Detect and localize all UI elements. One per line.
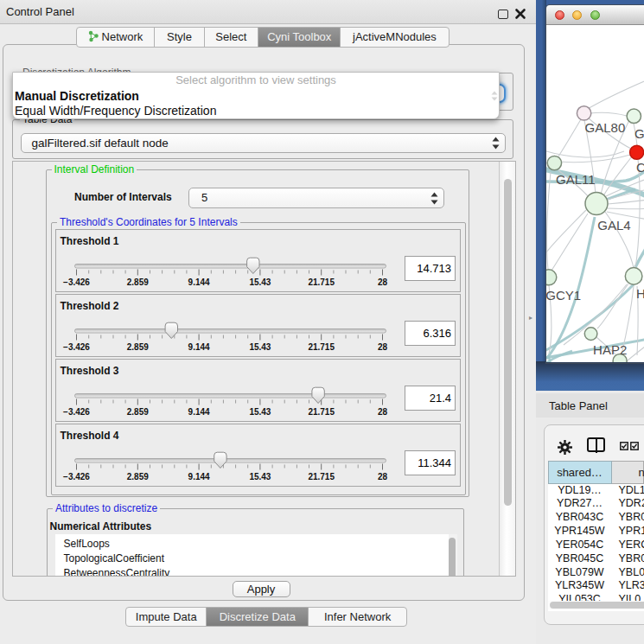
svg-text:15.43: 15.43 (249, 471, 271, 481)
svg-text:CRM1: CRM1 (636, 160, 644, 175)
svg-text:9.144: 9.144 (188, 341, 210, 351)
svg-text:9.144: 9.144 (188, 277, 210, 286)
svg-text:2.859: 2.859 (127, 406, 149, 416)
svg-text:GAL4: GAL4 (597, 217, 630, 232)
svg-text:−3.426: −3.426 (63, 277, 90, 286)
svg-text:28: 28 (378, 471, 388, 481)
svg-text:HAP2: HAP2 (593, 341, 627, 356)
svg-text:−3.426: −3.426 (63, 471, 90, 481)
svg-text:2.859: 2.859 (127, 471, 149, 481)
svg-text:15.43: 15.43 (249, 406, 271, 416)
svg-text:GAL11: GAL11 (556, 171, 596, 186)
svg-text:HIS4: HIS4 (636, 286, 644, 301)
svg-text:21.715: 21.715 (308, 406, 335, 416)
svg-text:28: 28 (378, 341, 388, 351)
svg-text:GCY1: GCY1 (546, 288, 581, 303)
svg-text:15.43: 15.43 (249, 277, 271, 286)
svg-text:9.144: 9.144 (188, 406, 210, 416)
svg-text:2.859: 2.859 (127, 341, 149, 351)
svg-text:28: 28 (378, 406, 388, 416)
svg-text:21.715: 21.715 (308, 277, 335, 286)
svg-text:−3.426: −3.426 (63, 341, 90, 351)
svg-text:GAL80: GAL80 (585, 120, 626, 135)
svg-text:28: 28 (378, 277, 388, 286)
svg-text:21.715: 21.715 (308, 341, 335, 351)
svg-text:2.859: 2.859 (127, 277, 149, 286)
svg-text:9.144: 9.144 (188, 471, 210, 481)
svg-text:−3.426: −3.426 (63, 406, 90, 416)
svg-text:21.715: 21.715 (308, 471, 335, 481)
svg-text:15.43: 15.43 (249, 341, 271, 351)
svg-text:GAL3: GAL3 (634, 126, 644, 141)
